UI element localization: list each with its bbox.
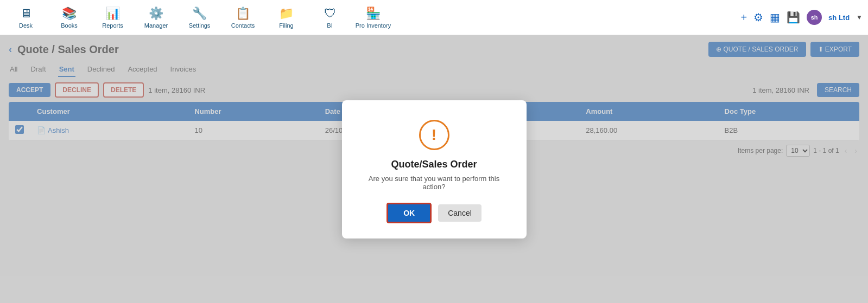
cancel-button[interactable]: Cancel [438,204,481,222]
pro-inventory-icon: 🏪 [366,7,381,21]
company-name: sh Ltd [828,14,850,22]
add-icon[interactable]: + [740,11,747,24]
modal: ! Quote/Sales Order Are you sure that yo… [342,100,527,238]
nav-right: + ⚙ ▦ 💾 sh sh Ltd ▼ [740,10,863,25]
modal-overlay: ! Quote/Sales Order Are you sure that yo… [0,35,868,303]
modal-actions: OK Cancel [387,203,481,223]
settings-icon: 🔧 [192,7,207,21]
gear-icon[interactable]: ⚙ [753,11,763,24]
nav-label-bi: BI [327,22,332,29]
nav-item-books[interactable]: 📚 Books [49,1,90,34]
nav-items: 🖥 Desk 📚 Books 📊 Reports ⚙️ Manager 🔧 Se… [5,1,740,34]
nav-item-bi[interactable]: 🛡 BI [309,1,350,34]
nav-item-filing[interactable]: 📁 Filing [266,1,307,34]
modal-message: Are you sure that you want to perform th… [358,175,510,191]
contacts-icon: 📋 [236,7,250,21]
books-icon: 📚 [62,7,77,21]
nav-item-desk[interactable]: 🖥 Desk [5,1,46,34]
nav-item-contacts[interactable]: 📋 Contacts [223,1,263,34]
desk-icon: 🖥 [20,7,32,21]
top-nav: 🖥 Desk 📚 Books 📊 Reports ⚙️ Manager 🔧 Se… [0,0,868,35]
manager-icon: ⚙️ [149,7,163,21]
nav-label-pro-inventory: Pro Inventory [356,22,391,29]
nav-label-contacts: Contacts [231,22,255,29]
ok-button[interactable]: OK [387,203,432,223]
avatar: sh [807,10,822,25]
reports-icon: 📊 [105,7,120,21]
bi-icon: 🛡 [324,7,336,21]
nav-label-desk: Desk [19,22,33,29]
nav-label-reports: Reports [102,22,123,29]
nav-item-pro-inventory[interactable]: 🏪 Pro Inventory [353,1,394,34]
nav-item-settings[interactable]: 🔧 Settings [179,1,220,34]
nav-label-settings: Settings [189,22,211,29]
grid-icon[interactable]: ▦ [770,11,780,24]
warning-icon: ! [419,120,449,150]
main-area: ‹ Quote / Sales Order ⊕ QUOTE / SALES OR… [0,35,868,303]
nav-item-manager[interactable]: ⚙️ Manager [136,1,176,34]
company-dropdown-icon[interactable]: ▼ [856,14,863,21]
nav-label-manager: Manager [144,22,168,29]
modal-title: Quote/Sales Order [391,159,477,170]
save-icon[interactable]: 💾 [787,11,800,24]
nav-label-filing: Filing [279,22,293,29]
nav-item-reports[interactable]: 📊 Reports [92,1,133,34]
filing-icon: 📁 [279,7,294,21]
nav-label-books: Books [61,22,78,29]
